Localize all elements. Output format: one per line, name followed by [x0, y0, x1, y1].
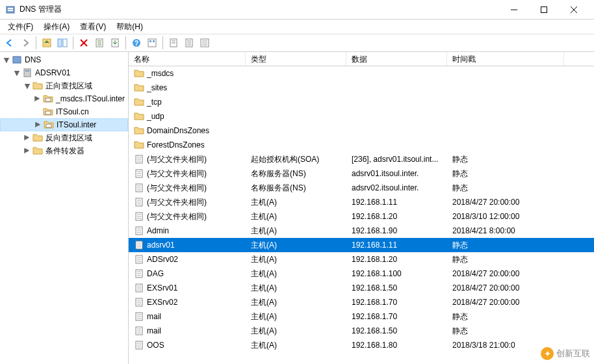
- cell-type: 主机(A): [246, 224, 346, 238]
- list-row[interactable]: (与父文件夹相同)名称服务器(NS)adsrv01.itsoul.inter.静…: [129, 166, 594, 181]
- window-title: DNS 管理器: [19, 4, 499, 15]
- list-row[interactable]: _udp: [129, 109, 594, 124]
- export-button[interactable]: [108, 36, 122, 50]
- list-row[interactable]: DAG主机(A)192.168.1.1002018/4/27 20:00:00: [129, 266, 594, 281]
- svg-rect-31: [24, 69, 31, 77]
- chevron-right-icon[interactable]: ⯈: [34, 122, 42, 129]
- chevron-down-icon[interactable]: ⯆: [13, 70, 21, 77]
- list-row[interactable]: EXSrv02主机(A)192.168.1.702018/4/27 20:00:…: [129, 295, 594, 309]
- menu-file[interactable]: 文件(F): [3, 20, 38, 34]
- list-row[interactable]: (与父文件夹相同)起始授权机构(SOA)[236], adsrv01.itsou…: [129, 152, 594, 166]
- cell-type: 名称服务器(NS): [246, 181, 346, 195]
- cell-timestamp: [447, 72, 564, 75]
- refresh-button[interactable]: [92, 36, 107, 50]
- tree-root-dns[interactable]: ⯆ DNS: [0, 53, 128, 66]
- list-row[interactable]: mail主机(A)192.168.1.70静态: [129, 309, 594, 324]
- chevron-right-icon[interactable]: ⯈: [23, 148, 31, 155]
- list-row[interactable]: ADSrv02主机(A)192.168.1.20静态: [129, 252, 594, 266]
- main-content: ⯆ DNS ⯆ ADSRV01 ⯆ 正向查找区域 ⯈ _msdcs.ITSoul…: [0, 52, 594, 364]
- list-row[interactable]: EXSrv01主机(A)192.168.1.502018/4/27 20:00:…: [129, 281, 594, 295]
- list-row[interactable]: Admin主机(A)192.168.1.902018/4/21 8:00:00: [129, 224, 594, 238]
- cell-timestamp: 2018/4/27 20:00:00: [447, 196, 564, 208]
- detail-button[interactable]: [198, 36, 212, 50]
- nav-forward-button[interactable]: [18, 36, 32, 50]
- column-header-type[interactable]: 类型: [246, 52, 346, 66]
- list-row[interactable]: _sites: [129, 81, 594, 95]
- cell-type: [246, 101, 346, 103]
- tree-conditional-forwarders[interactable]: ⯈ 条件转发器: [0, 144, 128, 157]
- help-button[interactable]: ?: [129, 36, 144, 50]
- menu-help[interactable]: 帮助(H): [111, 20, 148, 34]
- dns-icon: [12, 55, 22, 65]
- list-row[interactable]: DomainDnsZones: [129, 124, 594, 138]
- cell-name: DomainDnsZones: [129, 124, 246, 137]
- list-button[interactable]: [182, 36, 196, 50]
- cell-type: [246, 72, 346, 75]
- list-pane[interactable]: 名称 类型 数据 时间戳 _msdcs_sites_tcp_udpDomainD…: [129, 52, 594, 364]
- cell-type: 主机(A): [246, 296, 346, 309]
- cell-type: [246, 86, 346, 89]
- cell-data: 192.168.1.100: [346, 268, 447, 280]
- tree-reverse-zones[interactable]: ⯈ 反向查找区域: [0, 131, 128, 144]
- record-icon: [134, 340, 144, 350]
- record-icon: [134, 240, 144, 250]
- cell-data: 192.168.1.90: [346, 225, 447, 237]
- chevron-right-icon[interactable]: ⯈: [23, 135, 31, 142]
- cell-timestamp: [447, 86, 564, 89]
- list-row[interactable]: ForestDnsZones: [129, 138, 594, 152]
- cell-type: 名称服务器(NS): [246, 167, 346, 181]
- list-row[interactable]: (与父文件夹相同)名称服务器(NS)adsrv02.itsoul.inter.静…: [129, 181, 594, 195]
- folder-icon: [134, 97, 144, 107]
- tree-pane[interactable]: ⯆ DNS ⯆ ADSRV01 ⯆ 正向查找区域 ⯈ _msdcs.ITSoul…: [0, 52, 129, 364]
- cell-name: (与父文件夹相同): [129, 181, 246, 195]
- cell-type: 起始授权机构(SOA): [246, 153, 346, 166]
- column-header-timestamp[interactable]: 时间戳: [447, 52, 564, 66]
- cell-timestamp: [447, 129, 564, 132]
- minimize-button[interactable]: [499, 0, 529, 20]
- close-button[interactable]: [559, 0, 589, 20]
- zone-icon: [44, 120, 54, 130]
- properties-button[interactable]: [145, 36, 159, 50]
- tree-label: 正向查找区域: [44, 80, 94, 92]
- tree-label: 条件转发器: [44, 145, 86, 157]
- list-row[interactable]: OOS主机(A)192.168.1.802018/3/18 21:00:0: [129, 338, 594, 352]
- list-row[interactable]: _msdcs: [129, 66, 594, 81]
- zone-icon: [43, 107, 53, 117]
- chevron-down-icon[interactable]: ⯆: [3, 57, 10, 64]
- tree-label: DNS: [23, 55, 42, 65]
- watermark-icon: ✦: [541, 347, 554, 360]
- cell-timestamp: 静态: [447, 253, 564, 266]
- cell-data: 192.168.1.20: [346, 254, 447, 265]
- tree-zone-inter[interactable]: ⯈ ITSoul.inter: [0, 118, 128, 131]
- tree-forward-zones[interactable]: ⯆ 正向查找区域: [0, 79, 128, 92]
- delete-button[interactable]: [77, 36, 91, 50]
- column-header-data[interactable]: 数据: [346, 52, 447, 66]
- cell-data: [346, 72, 447, 75]
- column-header-name[interactable]: 名称: [129, 52, 246, 66]
- cell-name: EXSrv01: [129, 281, 246, 294]
- show-hide-button[interactable]: [55, 36, 70, 50]
- svg-rect-28: [202, 42, 207, 44]
- cell-name: _tcp: [129, 96, 246, 109]
- nav-back-button[interactable]: [3, 36, 17, 50]
- list-row[interactable]: mail主机(A)192.168.1.50静态: [129, 324, 594, 338]
- list-row[interactable]: (与父文件夹相同)主机(A)192.168.1.112018/4/27 20:0…: [129, 195, 594, 209]
- menu-view[interactable]: 查看(V): [75, 20, 111, 34]
- svg-rect-30: [13, 57, 21, 63]
- cell-timestamp: 静态: [447, 324, 564, 338]
- up-button[interactable]: [40, 36, 54, 50]
- tree-zone-msdcs[interactable]: ⯈ _msdcs.ITSoul.inter: [0, 92, 128, 105]
- list-row[interactable]: adsrv01主机(A)192.168.1.11静态: [129, 238, 594, 252]
- tree-server[interactable]: ⯆ ADSRV01: [0, 66, 128, 79]
- window-controls: [499, 0, 589, 20]
- chevron-right-icon[interactable]: ⯈: [34, 96, 42, 103]
- tree-zone-cn[interactable]: ITSoul.cn: [0, 105, 128, 118]
- filter-button[interactable]: [166, 36, 181, 50]
- menu-action[interactable]: 操作(A): [38, 20, 75, 34]
- cell-type: 主机(A): [246, 253, 346, 266]
- list-row[interactable]: _tcp: [129, 95, 594, 109]
- maximize-button[interactable]: [529, 0, 559, 20]
- cell-name: ADSrv02: [129, 253, 246, 266]
- chevron-down-icon[interactable]: ⯆: [23, 83, 31, 90]
- list-row[interactable]: (与父文件夹相同)主机(A)192.168.1.202018/3/10 12:0…: [129, 209, 594, 224]
